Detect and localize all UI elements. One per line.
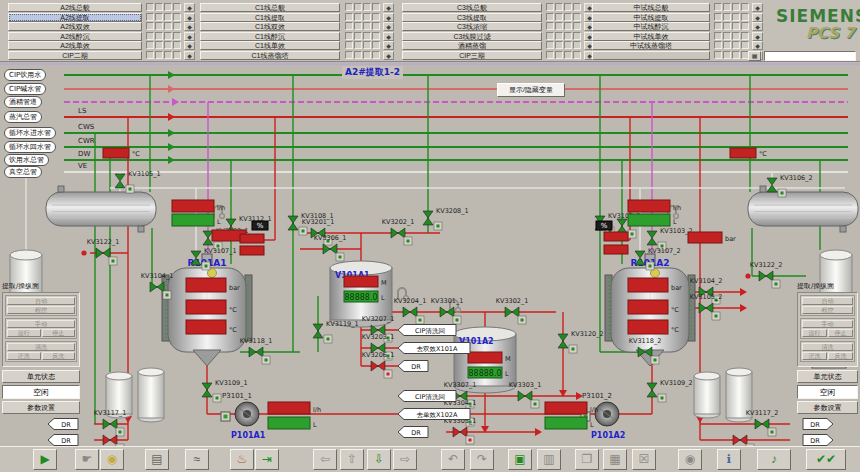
nav-button-c3-line-3[interactable]: C3线膜过滤 — [402, 32, 542, 41]
panel-mode-button[interactable]: 自动 — [802, 297, 853, 305]
nav-button-c1-line-1[interactable]: C1线提取 — [200, 13, 340, 22]
nav-button-pilot-line-4[interactable]: 中试线蒸馏塔 — [592, 41, 710, 50]
process-indicator[interactable] — [604, 245, 628, 254]
nav-button-c1-line-5[interactable]: C1线蒸馏塔 — [200, 51, 340, 60]
panel-action-button[interactable]: 停止 — [828, 329, 853, 337]
acknowledge-button[interactable]: ✔✔ — [806, 449, 846, 470]
process-indicator[interactable] — [240, 234, 264, 243]
valve-KV3208_1[interactable]: KV3208_1 — [423, 207, 469, 230]
thermometer-button[interactable]: ♨ — [230, 449, 254, 470]
bell-icon[interactable]: ◆ — [383, 22, 394, 31]
valve-KV3109_2[interactable]: KV3109_2 — [647, 379, 693, 402]
nav-button-c1-line-3[interactable]: C1线醇沉 — [200, 32, 340, 41]
valve-KV3206_1[interactable]: KV3206_1 — [362, 351, 395, 378]
tile-windows-button[interactable]: ❐ — [575, 449, 599, 470]
nav-button-pilot-line-2[interactable]: 中试线醇沉 — [592, 22, 710, 31]
nav-button-a2-line-1[interactable]: A2线提取 — [8, 13, 142, 22]
valve-KV3306_1[interactable]: KV3306_1 — [314, 234, 347, 261]
report-button[interactable]: ▤ — [145, 449, 169, 470]
parameter-settings-button[interactable]: 参数设置 — [2, 401, 80, 414]
panel-action-button[interactable]: 运行 — [7, 329, 41, 337]
bell-icon[interactable]: ◆ — [383, 3, 394, 12]
buffer-tank[interactable] — [138, 368, 164, 422]
heat-exchanger-left[interactable] — [46, 186, 156, 232]
process-indicator[interactable] — [240, 246, 264, 255]
nav-button-pilot-line-5[interactable] — [592, 51, 710, 60]
forward-button[interactable]: ⇨ — [393, 449, 417, 470]
valve-KV3122_2[interactable]: KV3122_2 — [750, 261, 783, 288]
runtime-button[interactable]: ▶ — [33, 449, 57, 470]
command-button[interactable]: ▦ — [748, 51, 761, 61]
bell-icon[interactable]: ◆ — [184, 51, 195, 60]
save-layout-button[interactable]: ▦ — [603, 449, 627, 470]
nav-button-c3-line-5[interactable]: CIP三期 — [402, 51, 542, 60]
panel-mode-button[interactable]: 自动 — [7, 297, 75, 305]
bell-icon[interactable]: ◆ — [184, 3, 195, 12]
nav-button-c1-line-4[interactable]: C1线单效 — [200, 41, 340, 50]
heat-exchanger-right[interactable] — [748, 186, 858, 232]
valve-KV3122_1[interactable]: KV3122_1 — [87, 238, 120, 265]
process-indicator[interactable] — [604, 232, 628, 241]
trend-button[interactable]: ≈ — [185, 449, 209, 470]
bell-icon[interactable]: ◆ — [752, 32, 763, 41]
process-indicator[interactable]: l/h — [268, 402, 321, 414]
panel-action-button[interactable]: 停止 — [42, 329, 76, 337]
process-indicator[interactable]: l/h — [545, 402, 598, 414]
panel-action-button[interactable]: 程控 — [7, 306, 75, 314]
up-button[interactable]: ⇧ — [340, 449, 364, 470]
info-button[interactable]: ℹ — [717, 449, 741, 470]
valve-KV3301_1[interactable]: KV3301_1 — [431, 297, 464, 324]
command-input[interactable] — [764, 51, 856, 61]
pump-P101A1[interactable]: P3101_1P101A1 — [221, 392, 266, 440]
unit-status-button[interactable]: 单元状态 — [797, 370, 858, 383]
import-button[interactable]: ▣ — [508, 449, 532, 470]
nav-button-a2-line-0[interactable]: A2线总貌 — [8, 3, 142, 12]
undo-button[interactable]: ↶ — [441, 449, 465, 470]
process-indicator[interactable]: bar — [688, 232, 736, 243]
bell-icon[interactable]: ◆ — [383, 32, 394, 41]
bell-icon[interactable]: ◆ — [184, 41, 195, 50]
valve-KV3305_1[interactable]: KV3305_1 — [444, 417, 477, 444]
bell-icon[interactable]: ◆ — [184, 22, 195, 31]
valve-KV3303_1[interactable]: KV3303_1 — [509, 381, 542, 408]
panel-mode-button[interactable]: 手动 — [802, 320, 853, 328]
panel-action-button[interactable]: 反洗 — [828, 352, 853, 360]
valve-KV3119_1[interactable]: KV3119_1 — [313, 320, 359, 343]
bell-icon[interactable]: ◆ — [383, 13, 394, 22]
close-window-button[interactable]: ☒ — [632, 449, 656, 470]
valve-KV3120_2[interactable]: KV3120_2 — [558, 330, 604, 353]
process-indicator[interactable]: l/h — [628, 200, 681, 212]
pointer-tool-button[interactable]: ☛ — [75, 449, 99, 470]
nav-button-pilot-line-3[interactable]: 中试线单效 — [592, 32, 710, 41]
valve-KV3117_1[interactable]: KV3117_1 — [94, 409, 127, 436]
process-indicator[interactable]: °C — [730, 148, 767, 158]
print-button[interactable]: ▥ — [537, 449, 561, 470]
audio-alarm-button[interactable]: ♪ — [757, 449, 791, 470]
process-indicator[interactable]: L — [628, 214, 677, 226]
panel-mode-button[interactable]: 清洗 — [802, 343, 853, 351]
nav-button-a2-line-5[interactable]: CIP二期 — [8, 51, 142, 60]
process-indicator[interactable]: % — [596, 221, 612, 230]
bell-icon[interactable]: ◆ — [752, 22, 763, 31]
process-indicator[interactable]: % — [252, 221, 268, 230]
process-indicator[interactable]: L — [172, 214, 221, 226]
pump-P101A2[interactable]: P3101_2P101A2 — [581, 392, 625, 440]
panel-action-button[interactable]: 正洗 — [7, 352, 41, 360]
process-indicator[interactable]: L — [545, 417, 594, 429]
valve-KV3202_1[interactable]: KV3202_1 — [382, 218, 415, 245]
alarm-button[interactable]: ◉ — [100, 449, 124, 470]
panel-mode-button[interactable]: 清洗 — [7, 343, 75, 351]
nav-button-c1-line-2[interactable]: C1线双效 — [200, 22, 340, 31]
bell-icon[interactable]: ◆ — [383, 41, 394, 50]
nav-button-c1-line-0[interactable]: C1线总貌 — [200, 3, 340, 12]
bell-icon[interactable]: ◆ — [752, 41, 763, 50]
preview-button[interactable]: ◉ — [678, 449, 702, 470]
parameter-settings-button[interactable]: 参数设置 — [797, 401, 858, 414]
panel-action-button[interactable]: 反洗 — [42, 352, 76, 360]
bell-icon[interactable]: ◆ — [184, 13, 195, 22]
back-button[interactable]: ⇦ — [313, 449, 337, 470]
nav-button-c3-line-0[interactable]: C3线总貌 — [402, 3, 542, 12]
bell-icon[interactable]: ◆ — [752, 3, 763, 12]
nav-button-a2-line-3[interactable]: A2线醇沉 — [8, 32, 142, 41]
valve-KV3204_1[interactable]: KV3204_1 — [394, 297, 427, 324]
